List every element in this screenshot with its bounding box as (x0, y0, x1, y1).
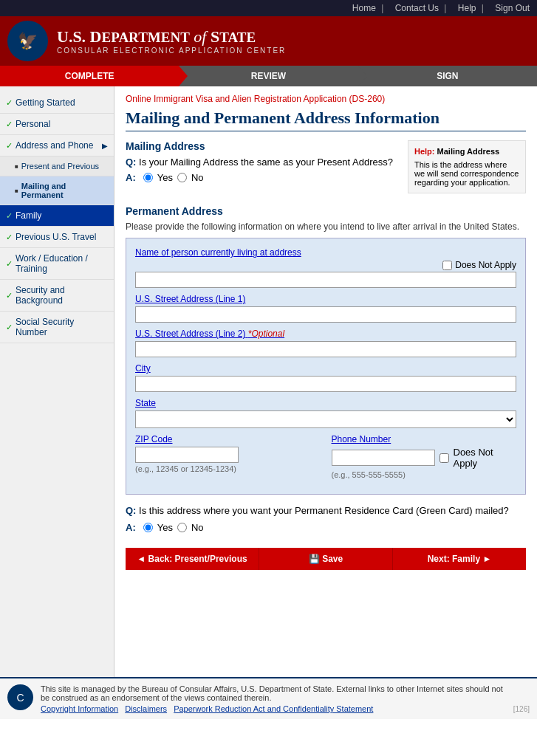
mailing-address-section: Mailing Address Q: Is your Mailing Addre… (126, 140, 526, 193)
progress-arrow-2 (358, 66, 367, 86)
sidebar-label-previous-travel: Previous U.S. Travel (16, 232, 96, 242)
check-icon-personal: ✓ (6, 120, 13, 129)
sidebar-item-address-phone[interactable]: ✓ Address and Phone ▶ (0, 135, 114, 157)
mailing-question-col: Mailing Address Q: Is your Mailing Addre… (126, 140, 397, 193)
phone-input-row: Does Not Apply (332, 447, 517, 469)
department-name: U.S. DEPARTMENT of STATE (57, 27, 286, 47)
check-icon-address: ✓ (6, 141, 13, 151)
permanent-address-section: Permanent Address Please provide the fol… (126, 205, 526, 495)
green-card-yes-label: Yes (157, 522, 173, 533)
check-icon-getting-started: ✓ (6, 98, 13, 108)
state-label: State (135, 398, 516, 408)
sidebar-item-previous-us-travel[interactable]: ✓ Previous U.S. Travel (0, 227, 114, 248)
page-title: Mailing and Permanent Address Informatio… (126, 109, 526, 131)
progress-complete-label: COMPLETE (65, 71, 114, 81)
signout-link[interactable]: Sign Out (495, 3, 530, 13)
city-input[interactable] (135, 376, 516, 392)
does-not-apply-row: Does Not Apply (135, 260, 516, 270)
save-button[interactable]: 💾 Save (259, 548, 393, 570)
progress-sign[interactable]: SIGN (358, 66, 537, 86)
mailing-yes-label: Yes (157, 172, 173, 183)
sidebar-item-work-education[interactable]: ✓ Work / Education / Training (0, 248, 114, 280)
city-row: City (135, 363, 516, 392)
footer-text-block: This site is managed by the Bureau of Co… (41, 684, 506, 713)
permanent-section-label: Permanent Address (126, 205, 526, 217)
site-header: 🦅 U.S. DEPARTMENT of STATE Consular Elec… (0, 16, 537, 66)
zip-input[interactable] (135, 447, 239, 463)
zip-hint: (e.g., 12345 or 12345-1234) (135, 464, 321, 473)
disclaimers-link[interactable]: Disclaimers (125, 704, 167, 713)
phone-row: Phone Number Does Not Apply (e.g., 555-5… (332, 434, 517, 479)
zip-col: ZIP Code (e.g., 12345 or 12345-1234) (135, 434, 321, 485)
header-text: U.S. DEPARTMENT of STATE Consular Electr… (57, 27, 286, 55)
name-person-input[interactable] (135, 272, 516, 288)
sidebar-item-personal[interactable]: ✓ Personal (0, 114, 114, 135)
bullet-icon-current: ■ (15, 188, 18, 194)
progress-complete[interactable]: COMPLETE (0, 66, 179, 86)
contact-link[interactable]: Contact Us (395, 3, 439, 13)
check-icon-family: ✓ (6, 211, 13, 221)
green-card-no-label: No (191, 522, 204, 533)
permanent-address-form: Name of person currently living at addre… (126, 238, 526, 495)
footer-version: [126] (513, 705, 530, 713)
sidebar-label-present-previous: Present and Previous (21, 162, 99, 171)
next-button[interactable]: Next: Family ► (393, 548, 526, 570)
sidebar-item-security[interactable]: ✓ Security and Background (0, 280, 114, 312)
back-button[interactable]: ◄ Back: Present/Previous (126, 548, 259, 570)
copyright-link[interactable]: Copyright Information (41, 704, 118, 713)
street1-input[interactable] (135, 306, 516, 323)
progress-review[interactable]: REVIEW (179, 66, 358, 86)
sidebar-item-getting-started[interactable]: ✓ Getting Started (0, 92, 114, 114)
green-card-question-section: Q: Is this address where you want your P… (126, 505, 526, 533)
paperwork-link[interactable]: Paperwork Reduction Act and Confidential… (174, 704, 373, 713)
street2-label: U.S. Street Address (Line 2) *Optional (135, 329, 516, 339)
zip-label: ZIP Code (135, 434, 321, 444)
bullet-icon: ■ (15, 163, 18, 170)
footer-description: This site is managed by the Bureau of Co… (41, 684, 506, 702)
city-label: City (135, 363, 516, 374)
phone-col: Phone Number Does Not Apply (e.g., 555-5… (332, 434, 517, 485)
green-card-yes-radio[interactable] (143, 523, 153, 532)
main-content: Online Immigrant Visa and Alien Registra… (114, 86, 537, 677)
home-link[interactable]: Home (352, 3, 376, 13)
main-layout: ✓ Getting Started ✓ Personal ✓ Address a… (0, 86, 537, 677)
expand-arrow-icon: ▶ (102, 142, 108, 150)
sidebar-label-getting-started: Getting Started (16, 97, 75, 108)
sidebar-item-present-previous[interactable]: ■ Present and Previous (0, 157, 114, 176)
department-seal: 🦅 (7, 21, 48, 61)
mailing-answer-row: A: Yes No (126, 172, 397, 183)
sidebar: ✓ Getting Started ✓ Personal ✓ Address a… (0, 86, 114, 677)
optional-tag: *Optional (248, 329, 284, 339)
name-person-label: Name of person currently living at addre… (135, 247, 516, 258)
green-card-no-radio[interactable] (177, 523, 187, 532)
mailing-no-radio[interactable] (177, 173, 187, 182)
footer-seal: C (7, 684, 33, 710)
sidebar-item-family[interactable]: ✓ Family (0, 205, 114, 227)
phone-hint: (e.g., 555-555-5555) (332, 470, 517, 479)
check-icon-travel: ✓ (6, 233, 13, 242)
sidebar-item-mailing-permanent[interactable]: ■ Mailing and Permanent (0, 176, 114, 205)
help-link[interactable]: Help (458, 3, 476, 13)
permanent-section-desc: Please provide the following information… (126, 221, 526, 232)
state-select[interactable] (135, 410, 516, 428)
phone-does-not-apply-checkbox[interactable] (439, 453, 449, 463)
mailing-yes-radio[interactable] (143, 173, 153, 182)
sidebar-label-mailing-permanent: Mailing and Permanent (21, 182, 108, 199)
progress-sign-label: SIGN (437, 71, 458, 81)
sidebar-label-work-education: Work / Education / Training (16, 253, 108, 274)
progress-review-label: REVIEW (251, 71, 286, 81)
sidebar-label-address-phone: Address and Phone (16, 140, 93, 151)
does-not-apply-checkbox[interactable] (442, 261, 452, 270)
check-icon-ssn: ✓ (6, 323, 13, 332)
sidebar-item-social-security[interactable]: ✓ Social Security Number (0, 312, 114, 343)
street2-input[interactable] (135, 341, 516, 357)
green-card-answer-label: A: (126, 522, 136, 533)
help-panel: Help: Mailing Address This is the addres… (408, 140, 526, 193)
sidebar-label-personal: Personal (16, 119, 50, 129)
check-icon-work: ✓ (6, 259, 13, 269)
green-card-question: Q: Is this address where you want your P… (126, 505, 526, 516)
footer-links: Copyright Information Disclaimers Paperw… (41, 704, 506, 713)
phone-input[interactable] (332, 450, 435, 466)
mailing-no-label: No (191, 172, 204, 183)
help-text: This is the address where we will send c… (414, 160, 519, 187)
